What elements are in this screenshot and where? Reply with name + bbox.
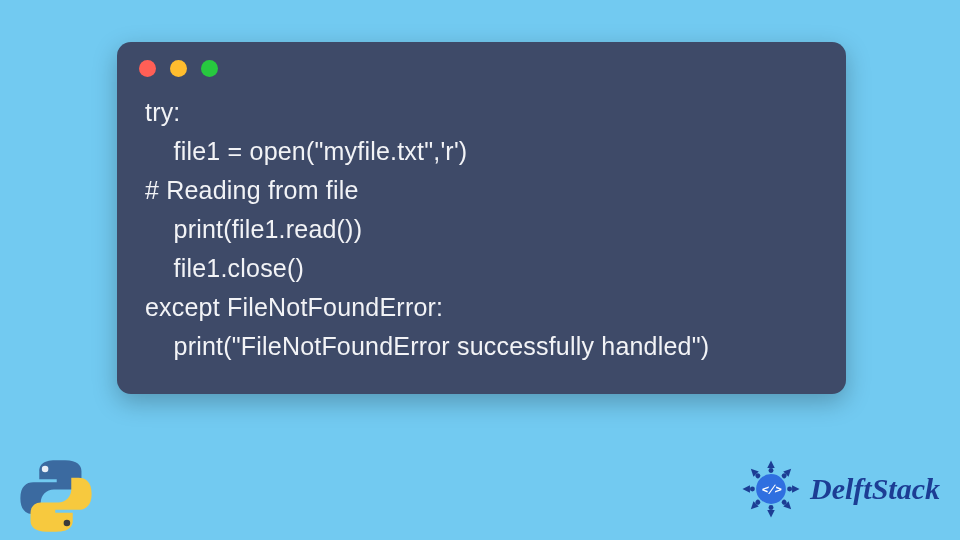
- close-icon: [139, 60, 156, 77]
- code-line: print("FileNotFoundError successfully ha…: [145, 332, 709, 360]
- minimize-icon: [170, 60, 187, 77]
- zoom-icon: [201, 60, 218, 77]
- delftstack-name: DelftStack: [810, 472, 940, 506]
- svg-text:</>: </>: [761, 483, 782, 496]
- code-window: try: file1 = open("myfile.txt",'r') # Re…: [117, 42, 846, 394]
- code-line: except FileNotFoundError:: [145, 293, 443, 321]
- svg-point-6: [769, 505, 774, 510]
- delftstack-brand: </> DelftStack: [740, 458, 940, 520]
- code-line: try:: [145, 98, 181, 126]
- window-traffic-lights: [117, 42, 846, 77]
- code-line: file1 = open("myfile.txt",'r'): [145, 137, 467, 165]
- slide-canvas: try: file1 = open("myfile.txt",'r') # Re…: [0, 0, 960, 540]
- code-line: file1.close(): [145, 254, 304, 282]
- code-block: try: file1 = open("myfile.txt",'r') # Re…: [117, 77, 846, 366]
- svg-point-1: [64, 520, 71, 527]
- svg-point-0: [42, 466, 49, 473]
- code-line: # Reading from file: [145, 176, 359, 204]
- svg-point-4: [787, 487, 792, 492]
- svg-point-2: [769, 468, 774, 473]
- python-logo-icon: [16, 456, 96, 536]
- delftstack-badge-icon: </>: [740, 458, 802, 520]
- code-line: print(file1.read()): [145, 215, 362, 243]
- svg-point-8: [750, 487, 755, 492]
